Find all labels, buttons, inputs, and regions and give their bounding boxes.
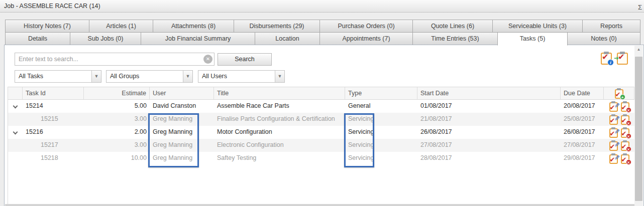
task-row-15216[interactable]: 152162.00Greg ManningMotor Configuration… [8, 126, 634, 139]
group-filter-dropdown[interactable]: All Groups▼ [106, 70, 193, 83]
scroll-up-icon[interactable]: ▲ [634, 46, 643, 54]
green-arrow-icon: ➜ [614, 55, 619, 62]
group-filter-value: All Groups [110, 71, 139, 82]
tab-job-financial-summary[interactable]: Job Financial Summary [141, 32, 255, 45]
header-expander [8, 87, 23, 99]
cell-title: Assemble Race Car Parts [214, 100, 345, 113]
header-title[interactable]: Title [214, 87, 345, 99]
cell-task-id: 15214 [23, 100, 84, 113]
delete-task-icon[interactable]: ✔✕ [620, 153, 630, 164]
blue-pen-icon: ✎ [614, 139, 620, 151]
edit-task-icon[interactable]: ✔✎ [609, 101, 618, 112]
tab-sub-jobs-0[interactable]: Sub Jobs (0) [70, 32, 141, 45]
blue-pen-icon: ✎ [614, 113, 620, 125]
cell-due-date: 27/08/2017 [561, 139, 604, 152]
cell-estimate: 3.00 [84, 113, 150, 126]
cell-task-id: 15216 [23, 126, 84, 139]
clear-search-icon[interactable]: ✕ [203, 55, 212, 64]
chevron-down-icon[interactable]: ▼ [91, 71, 101, 82]
delete-task-icon[interactable]: ✔✕ [620, 114, 630, 125]
task-toolbar-icons: ✔i✔➜ [600, 52, 628, 65]
cell-estimate: 10.00 [84, 152, 150, 165]
tab-row-2: DetailsSub Jobs (0)Job Financial Summary… [5, 32, 640, 46]
delete-task-icon[interactable]: ✔✕ [620, 140, 630, 151]
task-row-15218[interactable]: 1521810.00Greg ManningSaftey TestingServ… [8, 152, 634, 165]
window-title: Job - ASSEMBLE RACE CAR (14) [4, 3, 100, 10]
header-actions: ✔+ [604, 87, 634, 99]
cell-title: Saftey Testing [214, 152, 345, 165]
tab-details[interactable]: Details [5, 32, 70, 45]
task-row-15215[interactable]: 152153.00Greg ManningFinalise Parts Conf… [8, 113, 634, 126]
row-expander-cell [8, 139, 23, 152]
header-start-date[interactable]: Start Date [417, 87, 561, 99]
cell-user: David Cranston [150, 100, 214, 113]
cell-estimate: 5.00 [84, 100, 150, 113]
header-estimate[interactable]: Estimate [84, 87, 150, 99]
edit-task-icon[interactable]: ✔✎ [609, 127, 618, 138]
task-row-15214[interactable]: 152145.00David CranstonAssemble Race Car… [8, 100, 634, 113]
tab-quote-lines-6[interactable]: Quote Lines (6) [412, 20, 493, 33]
user-filter-dropdown[interactable]: All Users▼ [198, 70, 285, 83]
cell-actions: ✔✎✔✕ [604, 126, 634, 139]
window-titlebar: Job - ASSEMBLE RACE CAR (14) Σ [0, 0, 644, 13]
cell-task-id: 15215 [23, 113, 84, 126]
tab-articles-1[interactable]: Articles (1) [89, 20, 153, 33]
tab-serviceable-units-3[interactable]: Serviceable Units (3) [492, 20, 583, 33]
blue-info-icon: i [607, 59, 614, 66]
tab-location[interactable]: Location [255, 32, 320, 45]
red-x-icon: ✕ [626, 133, 631, 139]
delete-task-icon[interactable]: ✔✕ [620, 101, 630, 112]
edit-task-icon[interactable]: ✔✎ [609, 114, 618, 125]
header-due-date[interactable]: Due Date [561, 87, 604, 99]
tab-history-notes-7[interactable]: History Notes (7) [5, 20, 89, 33]
tab-appointments-7[interactable]: Appointments (7) [319, 32, 413, 45]
cell-type: Servicing [345, 113, 417, 126]
tab-notes-0[interactable]: Notes (0) [567, 32, 640, 45]
cell-due-date: 25/08/2017 [561, 113, 604, 126]
sigma-icon[interactable]: Σ [638, 2, 642, 14]
red-x-icon: ✕ [626, 159, 631, 165]
chevron-down-icon[interactable]: ▼ [275, 71, 284, 82]
search-input[interactable] [15, 53, 214, 65]
cell-start-date: 28/08/2017 [417, 152, 561, 165]
tab-purchase-orders-0[interactable]: Purchase Orders (0) [319, 20, 413, 33]
task-row-15217[interactable]: 152173.00Greg ManningElectronic Configur… [8, 139, 634, 152]
chevron-expanded-icon[interactable] [13, 104, 18, 109]
row-expander-cell [8, 100, 23, 113]
tasks-panel: ✕ Search ✔i✔➜ All Tasks▼All Groups▼All U… [4, 45, 644, 206]
search-button[interactable]: Search [218, 53, 272, 66]
blue-pen-icon: ✎ [614, 126, 620, 138]
cell-actions: ✔✎✔✕ [604, 100, 634, 113]
tab-attachments-8[interactable]: Attachments (8) [153, 20, 234, 33]
scrollbar-thumb[interactable] [635, 57, 642, 201]
search-box: ✕ [15, 53, 214, 66]
edit-task-icon[interactable]: ✔✎ [609, 140, 618, 151]
task-filter-value: All Tasks [19, 71, 43, 82]
header-user[interactable]: User [150, 87, 214, 99]
task-info-clipboard-icon[interactable]: ✔i [600, 52, 612, 65]
tab-tasks-5[interactable]: Tasks (5) [497, 32, 568, 46]
cell-task-id: 15218 [23, 152, 84, 165]
vertical-scrollbar[interactable]: ▲ [634, 46, 643, 206]
header-task-id[interactable]: Task Id [23, 87, 84, 99]
chevron-expanded-icon[interactable] [13, 130, 18, 135]
user-filter-value: All Users [202, 71, 227, 82]
blue-pen-icon: ✎ [614, 152, 620, 164]
tab-reports[interactable]: Reports [582, 20, 640, 33]
tab-time-entries-53[interactable]: Time Entries (53) [412, 32, 498, 45]
cell-type: Servicing [345, 152, 417, 165]
tab-disbursements-29[interactable]: Disbursements (29) [234, 20, 320, 33]
horizontal-scrollbar[interactable] [5, 204, 634, 206]
chevron-down-icon[interactable]: ▼ [183, 71, 192, 82]
cell-estimate: 3.00 [84, 139, 150, 152]
cell-start-date: 01/08/2017 [417, 100, 561, 113]
header-type[interactable]: Type [345, 87, 417, 99]
task-forward-clipboard-icon[interactable]: ✔➜ [616, 52, 628, 65]
add-task-icon[interactable]: ✔+ [614, 88, 624, 99]
cell-start-date: 26/08/2017 [417, 126, 561, 139]
table-header-row: Task IdEstimateUserTitleTypeStart DateDu… [8, 87, 634, 100]
delete-task-icon[interactable]: ✔✕ [620, 127, 630, 138]
task-filter-dropdown[interactable]: All Tasks▼ [15, 70, 101, 83]
cell-start-date: 21/08/2017 [417, 113, 561, 126]
edit-task-icon[interactable]: ✔✎ [609, 153, 618, 164]
